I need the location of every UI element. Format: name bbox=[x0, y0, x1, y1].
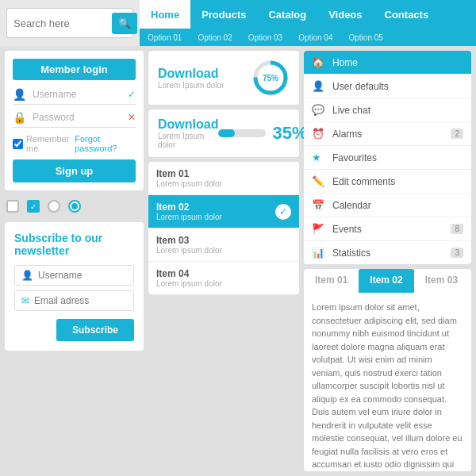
download-title-2: Download bbox=[158, 117, 218, 132]
list-items: Item 01 Lorem ipsum dolor Item 02 Lorem … bbox=[148, 162, 299, 294]
sidebar-nav-item-events[interactable]: 🚩 Events 8 bbox=[304, 217, 471, 241]
user-icon: 👤 bbox=[13, 88, 26, 101]
sidebar-calendar-label: Calendar bbox=[332, 200, 463, 211]
download-title-1: Download bbox=[158, 67, 224, 81]
events-icon: 🚩 bbox=[312, 223, 326, 235]
tab-content: Lorem ipsum dolor sit amet, consectetuer… bbox=[304, 293, 471, 471]
statistics-badge: 3 bbox=[451, 248, 463, 258]
live-chat-icon: 💬 bbox=[312, 104, 326, 116]
home-icon: 🏠 bbox=[312, 56, 326, 68]
password-label: Password bbox=[33, 112, 128, 123]
top-bar: 🔍 Home Products Catalog Videos Contacts … bbox=[0, 0, 476, 46]
sidebar-nav-item-comments[interactable]: ✏️ Edit comments bbox=[304, 170, 471, 194]
nav-sub: Option 01 Option 02 Option 03 Option 04 … bbox=[140, 29, 476, 46]
sidebar-nav-item-statistics[interactable]: 📊 Statistics 3 bbox=[304, 241, 471, 264]
bar-bg-2 bbox=[218, 129, 266, 137]
forgot-link[interactable]: Forgot password? bbox=[75, 134, 136, 153]
subscribe-username-field: 👤 bbox=[14, 265, 134, 286]
subscribe-email-field: ✉ bbox=[14, 290, 134, 311]
search-input[interactable] bbox=[13, 17, 109, 29]
item-sub-2: Lorem ipsum dolor bbox=[156, 246, 291, 255]
nav-sub-item-2[interactable]: Option 03 bbox=[240, 33, 290, 42]
list-item-1[interactable]: Item 02 Lorem ipsum dolor ✓ bbox=[148, 195, 299, 228]
sidebar-nav-item-home[interactable]: 🏠 Home bbox=[304, 51, 471, 75]
item-title-0: Item 01 bbox=[156, 168, 291, 179]
download-sub-1: Lorem Ipsum dolor bbox=[158, 81, 224, 90]
tabs-header: Item 01 Item 02 Item 03 bbox=[304, 269, 471, 293]
nav-item-catalog[interactable]: Catalog bbox=[257, 0, 317, 29]
subscribe-email-icon: ✉ bbox=[21, 295, 29, 306]
right-column: 🏠 Home 👤 User defaults 💬 Live chat ⏰ Ala… bbox=[304, 51, 471, 471]
alarms-badge: 2 bbox=[451, 129, 463, 139]
nav-item-contacts[interactable]: Contacts bbox=[374, 0, 440, 29]
sidebar-nav: 🏠 Home 👤 User defaults 💬 Live chat ⏰ Ala… bbox=[304, 51, 471, 264]
item-title-1: Item 02 bbox=[156, 202, 222, 213]
statistics-icon: 📊 bbox=[312, 247, 326, 259]
list-check-icon: ✓ bbox=[275, 204, 291, 220]
sidebar-nav-item-chat[interactable]: 💬 Live chat bbox=[304, 98, 471, 122]
list-item-1-text: Item 02 Lorem ipsum dolor bbox=[156, 202, 222, 221]
remember-checkbox[interactable] bbox=[13, 139, 23, 149]
alarms-icon: ⏰ bbox=[312, 128, 326, 140]
left-column: Member login 👤 Username ✓ 🔒 Password ✕ R… bbox=[5, 51, 144, 471]
sidebar-events-label: Events bbox=[332, 224, 451, 235]
search-area: 🔍 bbox=[6, 8, 133, 38]
nav-item-videos[interactable]: Videos bbox=[317, 0, 373, 29]
sidebar-user-label: User defaults bbox=[332, 81, 463, 92]
subscribe-title: Subscribe to our newsletter bbox=[14, 232, 134, 257]
item-sub-3: Lorem ipsum dolor bbox=[156, 279, 291, 288]
bar-pct-label-2: 35% bbox=[272, 123, 307, 144]
events-badge: 8 bbox=[451, 224, 463, 234]
nav-sub-item-3[interactable]: Option 04 bbox=[290, 33, 340, 42]
tab-item02[interactable]: Item 02 bbox=[359, 269, 413, 293]
nav-sub-item-4[interactable]: Option 05 bbox=[341, 33, 391, 42]
sidebar-nav-item-calendar[interactable]: 📅 Calendar bbox=[304, 194, 471, 217]
search-button[interactable]: 🔍 bbox=[112, 13, 137, 34]
download-banner-2: Download Lorem Ipsum dolor 35% bbox=[148, 109, 299, 157]
nav-sub-item-0[interactable]: Option 01 bbox=[140, 33, 190, 42]
list-item-3[interactable]: Item 04 Lorem ipsum dolor bbox=[148, 262, 299, 294]
remember-row: Remember me Forgot password? bbox=[13, 134, 136, 153]
main-content: Member login 👤 Username ✓ 🔒 Password ✕ R… bbox=[0, 46, 476, 476]
checkbox-checked[interactable]: ✓ bbox=[27, 200, 40, 213]
item-sub-0: Lorem ipsum dolor bbox=[156, 179, 291, 188]
radio-checked[interactable] bbox=[68, 200, 81, 213]
calendar-icon: 📅 bbox=[312, 199, 326, 211]
check-icon: ✓ bbox=[128, 89, 136, 100]
tab-item01[interactable]: Item 01 bbox=[304, 269, 359, 293]
download-text-1: Download Lorem Ipsum dolor bbox=[158, 67, 224, 90]
checkbox-unchecked[interactable] bbox=[6, 200, 19, 213]
sidebar-chat-label: Live chat bbox=[332, 105, 463, 116]
tabs-box: Item 01 Item 02 Item 03 Lorem ipsum dolo… bbox=[304, 269, 471, 471]
login-box: Member login 👤 Username ✓ 🔒 Password ✕ R… bbox=[5, 51, 144, 190]
password-field: 🔒 Password ✕ bbox=[13, 111, 136, 128]
radio-unchecked[interactable] bbox=[48, 200, 60, 213]
subscribe-email-input[interactable] bbox=[34, 295, 153, 306]
username-field: 👤 Username ✓ bbox=[13, 88, 136, 105]
favourites-icon: ★ bbox=[312, 152, 326, 163]
item-title-2: Item 03 bbox=[156, 235, 291, 246]
sidebar-nav-item-favourites[interactable]: ★ Favourites bbox=[304, 146, 471, 170]
subscribe-user-icon: 👤 bbox=[21, 270, 33, 281]
nav-item-home[interactable]: Home bbox=[140, 0, 190, 29]
circular-progress-1: 75% bbox=[251, 59, 290, 97]
nav-main: Home Products Catalog Videos Contacts bbox=[140, 0, 476, 29]
subscribe-button[interactable]: Subscribe bbox=[56, 319, 134, 341]
subscribe-username-input[interactable] bbox=[38, 270, 157, 281]
sidebar-nav-item-user[interactable]: 👤 User defaults bbox=[304, 75, 471, 98]
list-item-0[interactable]: Item 01 Lorem ipsum dolor bbox=[148, 162, 299, 195]
tab-item03[interactable]: Item 03 bbox=[414, 269, 469, 293]
username-label: Username bbox=[33, 89, 128, 100]
download-text-2: Download Lorem Ipsum dolor bbox=[158, 117, 218, 149]
list-item-row-1: Item 02 Lorem ipsum dolor ✓ bbox=[156, 202, 291, 221]
nav-item-products[interactable]: Products bbox=[190, 0, 257, 29]
bar-progress-2: 35% bbox=[218, 123, 307, 144]
lock-icon: 🔒 bbox=[13, 111, 26, 124]
signup-button[interactable]: Sign up bbox=[13, 159, 136, 182]
list-item-2[interactable]: Item 03 Lorem ipsum dolor bbox=[148, 228, 299, 262]
bar-fill-2 bbox=[218, 129, 235, 137]
sidebar-nav-item-alarms[interactable]: ⏰ Alarms 2 bbox=[304, 122, 471, 146]
nav-sub-item-1[interactable]: Option 02 bbox=[190, 33, 240, 42]
remember-label: Remember me bbox=[13, 134, 75, 153]
login-title: Member login bbox=[13, 59, 136, 80]
